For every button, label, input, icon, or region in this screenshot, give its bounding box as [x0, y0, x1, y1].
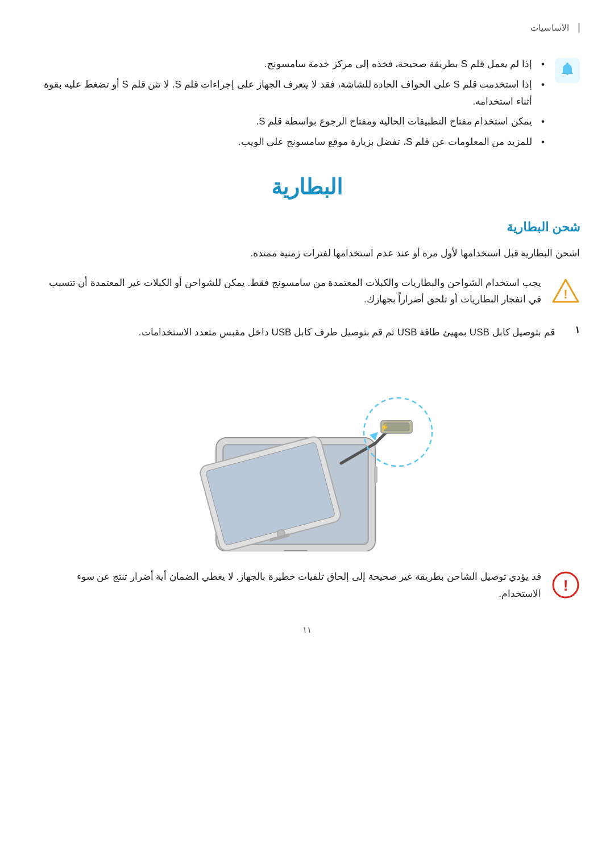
- svg-rect-8: [283, 550, 308, 551]
- usb-charging-illustration: ⚡: [165, 358, 449, 551]
- bell-icon: [555, 58, 580, 83]
- exclamation-circle-icon: !: [551, 571, 580, 599]
- svg-text:!: !: [563, 287, 567, 301]
- svg-text:!: !: [563, 577, 569, 594]
- bullet-item-2: إذا استخدمت قلم S على الحواف الحادة للشا…: [34, 76, 545, 110]
- bullet-item-4: للمزيد من المعلومات عن قلم S، تفضل بزيار…: [34, 134, 545, 151]
- step-1-text: قم بتوصيل كابل USB بمهيئ طاقة USB ثم قم …: [34, 324, 555, 341]
- triangle-warning-container: !: [551, 277, 580, 308]
- svg-rect-7: [374, 466, 377, 483]
- bullets-section: إذا لم يعمل قلم S بطريقة صحيحة، فخذه إلى…: [34, 56, 580, 154]
- exclamation-circle-container: !: [551, 571, 580, 601]
- bullet-item-3: يمكن استخدام مفتاح التطبيقات الحالية ومف…: [34, 113, 545, 130]
- page-number: ١١: [34, 625, 580, 635]
- section-divider: البطارية: [34, 175, 580, 200]
- bell-icon-container: [555, 58, 580, 85]
- header-title: الأساسيات: [530, 23, 569, 33]
- bottom-warning-text: قد يؤدي توصيل الشاحن بطريقة غير صحيحة إل…: [34, 568, 541, 603]
- charging-intro-text: اشحن البطارية قبل استخدامها لأول مرة أو …: [34, 245, 580, 262]
- bullet-item-1: إذا لم يعمل قلم S بطريقة صحيحة، فخذه إلى…: [34, 56, 545, 73]
- warning-text: يجب استخدام الشواحن والبطاريات والكبلات …: [34, 275, 541, 309]
- svg-text:⚡: ⚡: [380, 422, 389, 432]
- bottom-warning-box: ! قد يؤدي توصيل الشاحن بطريقة غير صحيحة …: [34, 568, 580, 603]
- triangle-warning-icon: !: [551, 277, 580, 305]
- bullets-list: إذا لم يعمل قلم S بطريقة صحيحة، فخذه إلى…: [34, 56, 545, 154]
- charging-subtitle: شحن البطارية: [34, 220, 580, 235]
- battery-main-title: البطارية: [34, 175, 580, 200]
- page: الأساسيات إذا لم يعمل قلم S بطريقة صحيحة…: [0, 0, 614, 868]
- step-1-row: ١ قم بتوصيل كابل USB بمهيئ طاقة USB ثم ق…: [34, 324, 580, 341]
- header-bar: الأساسيات: [34, 23, 580, 33]
- step-1-number: ١: [563, 324, 580, 336]
- illustration-container: ⚡: [34, 358, 580, 551]
- warning-box: ! يجب استخدام الشواحن والبطاريات والكبلا…: [34, 275, 580, 309]
